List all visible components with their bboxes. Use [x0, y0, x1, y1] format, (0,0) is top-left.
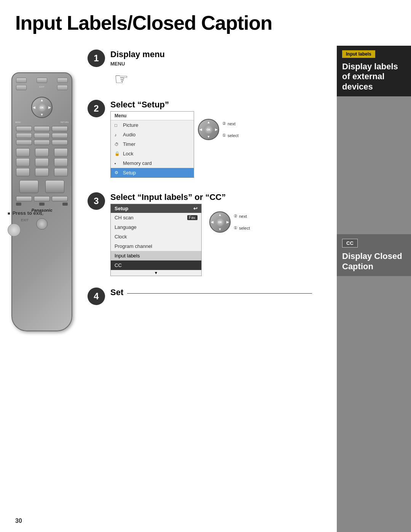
picture-icon: □	[115, 123, 121, 128]
step3-circle-2-icon: ②	[234, 214, 237, 219]
remote-num-6[interactable]	[54, 158, 68, 166]
step-1-title: Display menu	[110, 50, 165, 59]
remote-btn-5[interactable]	[57, 85, 68, 90]
remote-bot-1[interactable]	[16, 196, 32, 201]
memory-card-icon: ▪	[115, 161, 121, 166]
page: Input Labels/Closed Caption Input labels…	[0, 0, 411, 305]
step-2: 2 Select “Setup” Menu □ Picture ♪	[88, 100, 327, 181]
remote-num-2[interactable]	[35, 148, 49, 157]
remote-bot-2[interactable]	[34, 196, 50, 201]
menu-item-setup[interactable]: ⚙ Setup	[111, 168, 194, 177]
setup-item-input-labels[interactable]: Input labels	[111, 251, 201, 260]
remote-num-4[interactable]	[16, 158, 30, 166]
step3-next-text: next	[239, 214, 247, 219]
step-4-title: Set	[110, 288, 123, 297]
remote-tiny-3[interactable]	[62, 203, 68, 206]
setup-item-program-channel[interactable]: Program channel	[111, 241, 201, 251]
menu-item-memory-card[interactable]: ▪ Memory card	[111, 158, 194, 168]
menu-item-picture[interactable]: □ Picture	[111, 120, 194, 130]
circle-1-icon: ①	[222, 133, 226, 138]
menu-box-title: Menu	[111, 112, 194, 120]
remote-mid-4[interactable]	[16, 133, 32, 138]
remote-num-8[interactable]	[35, 168, 49, 176]
step-4: 4 Set	[88, 288, 327, 305]
remote-btn-4[interactable]	[16, 85, 27, 90]
press-exit-prefix: ■	[8, 211, 10, 216]
next-label-text: next	[228, 121, 236, 126]
return-label: RETURN	[61, 121, 68, 123]
setup-item-chscan[interactable]: CH scan Fav.	[111, 213, 201, 222]
menu-label: MENU	[15, 121, 21, 123]
step3-circle-1-icon: ①	[234, 225, 237, 230]
remote-bot-3[interactable]	[52, 196, 68, 201]
menu-item-lock-label: Lock	[123, 151, 133, 157]
page-title: Input Labels/Closed Caption	[0, 0, 411, 42]
remote-tiny-2[interactable]	[39, 203, 45, 206]
step-2-number: 2	[88, 100, 105, 117]
remote-mid-1[interactable]	[16, 126, 32, 131]
setup-scroll-down[interactable]: ▼	[111, 270, 201, 276]
remote-mid-9[interactable]	[52, 140, 68, 145]
remote-num-3[interactable]	[54, 148, 68, 157]
setup-item-language[interactable]: Language	[111, 222, 201, 232]
step-3-title: Select “Input labels” or “CC”	[110, 192, 250, 202]
remote-big-btn-2[interactable]	[45, 180, 64, 193]
remote-num-5[interactable]	[35, 158, 49, 166]
step-2-next-label: ② next	[222, 121, 239, 126]
step-3-number: 3	[88, 192, 105, 210]
remote-control: EXIT ▲ ▶ ▼ ◀ OK	[11, 72, 70, 331]
audio-icon: ♪	[115, 133, 121, 137]
remote-mid-3[interactable]	[52, 126, 68, 131]
remote-num-7[interactable]	[16, 168, 30, 176]
cc-label: CC	[115, 262, 122, 268]
remote-btn-2[interactable]	[37, 78, 47, 83]
input-labels-label: Input labels	[115, 253, 140, 259]
menu-item-audio[interactable]: ♪ Audio	[111, 130, 194, 139]
hand-pointer-icon: ☞	[114, 70, 165, 88]
page-number: 30	[15, 518, 22, 524]
chscan-label: CH scan	[115, 215, 134, 220]
remote-btn-1[interactable]	[16, 78, 27, 83]
menu-item-lock[interactable]: 🔒 Lock	[111, 149, 194, 158]
step-3-select-label: ① select	[234, 225, 250, 230]
remote-mid-7[interactable]	[16, 140, 32, 145]
program-channel-label: Program channel	[115, 243, 152, 249]
step-3: 3 Select “Input labels” or “CC” Setup ↩ …	[88, 192, 327, 276]
select-label-text: select	[228, 133, 239, 138]
setup-item-cc[interactable]: CC	[111, 260, 201, 270]
remote-mid-2[interactable]	[34, 126, 50, 131]
setup-item-clock[interactable]: Clock	[111, 232, 201, 241]
remote-btn-3[interactable]	[57, 78, 68, 83]
step-3-next-label: ② next	[234, 214, 250, 219]
remote-mid-8[interactable]	[34, 140, 50, 145]
step-1-subtitle: MENU	[110, 61, 165, 67]
exit-button[interactable]	[8, 224, 21, 236]
remote-exit-label: EXIT	[39, 86, 44, 90]
step-3-labels: ② next ① select	[234, 214, 250, 230]
remote-dpad[interactable]: ▲ ▶ ▼ ◀ OK	[31, 97, 53, 118]
fav-badge: Fav.	[187, 215, 198, 220]
step-3-ok-button[interactable]: ▲ ▶ ▼ ◀ OK	[209, 211, 231, 233]
step-1-number: 1	[88, 50, 105, 67]
remote-mid-6[interactable]	[52, 133, 68, 138]
step-2-ok-area: ▲ ▶ ▼ ◀ OK ② next	[198, 119, 239, 140]
step-2-ok-button[interactable]: ▲ ▶ ▼ ◀ OK	[198, 119, 219, 140]
remote-mid-5[interactable]	[34, 133, 50, 138]
press-to-exit-section: ■ Press to exit EXIT	[8, 210, 42, 236]
menu-item-timer[interactable]: ⏱ Timer	[111, 139, 194, 149]
menu-box: Menu □ Picture ♪ Audio ⏱ Time	[110, 111, 194, 178]
setup-box-header: Setup ↩	[111, 204, 201, 213]
ok-button[interactable]: OK	[38, 103, 46, 112]
menu-item-picture-label: Picture	[123, 122, 138, 128]
remote-num-9[interactable]	[54, 168, 68, 176]
clock-label: Clock	[115, 234, 127, 240]
step-4-number: 4	[88, 288, 105, 305]
remote-big-btn-1[interactable]	[19, 180, 38, 193]
setup-box: Setup ↩ CH scan Fav. Language	[110, 204, 202, 276]
menu-item-timer-label: Timer	[123, 141, 135, 147]
step-1: 1 Display menu MENU ☞	[88, 50, 327, 88]
setup-header-label: Setup	[115, 206, 128, 211]
remote-num-1[interactable]	[16, 148, 30, 157]
scroll-down-icon: ▼	[154, 271, 158, 275]
remote-tiny-1[interactable]	[16, 203, 21, 206]
